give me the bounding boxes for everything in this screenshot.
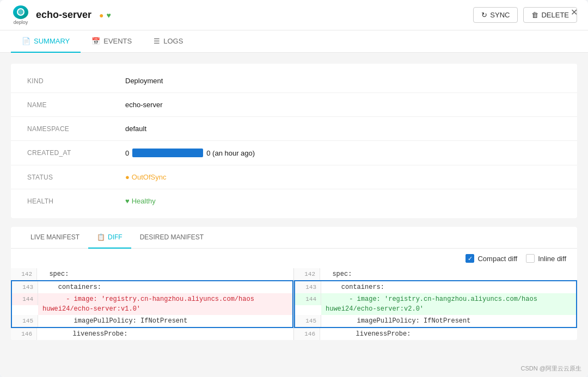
main-window: deploy echo-server ● ♥ ↻ SYNC 🗑 DELETE ✕… bbox=[0, 0, 588, 377]
diff-tab-diff[interactable]: 📋 DIFF bbox=[88, 227, 131, 249]
inline-diff-checkbox[interactable] bbox=[526, 254, 535, 263]
logs-icon: ☰ bbox=[154, 37, 160, 45]
healthy-text: Healthy bbox=[132, 197, 156, 205]
out-of-sync-icon: ● bbox=[125, 173, 130, 181]
app-title: echo-server bbox=[36, 9, 91, 21]
healthy-icon: ♥ bbox=[125, 197, 130, 205]
content-area: KIND Deployment NAME echo-server NAMESPA… bbox=[0, 53, 588, 377]
info-row-health: HEALTH ♥ Healthy bbox=[11, 189, 577, 213]
tab-summary-label: SUMMARY bbox=[34, 37, 70, 45]
diff-line: 143 containers: bbox=[294, 280, 577, 293]
name-label: NAME bbox=[27, 101, 125, 109]
compact-diff-option[interactable]: ✓ Compact diff bbox=[465, 254, 517, 263]
line-content: - image: 'registry.cn-hangzhou.aliyuncs.… bbox=[38, 293, 292, 315]
kind-value: Deployment bbox=[125, 77, 561, 85]
health-label: HEALTH bbox=[27, 197, 125, 205]
delete-label: DELETE bbox=[541, 11, 569, 19]
status-icon-yellow: ● bbox=[99, 11, 103, 20]
line-num: 145 bbox=[12, 315, 38, 327]
created-prefix: 0 bbox=[125, 149, 129, 157]
line-content: imagePullPolicy: IfNotPresent bbox=[38, 315, 292, 327]
diff-icon: 📋 bbox=[97, 233, 105, 241]
compact-diff-label: Compact diff bbox=[477, 255, 517, 263]
compact-diff-checkbox[interactable]: ✓ bbox=[465, 254, 474, 263]
line-content: livenessProbe: bbox=[320, 328, 577, 340]
name-value: echo-server bbox=[125, 101, 561, 109]
diff-line: 145 imagePullPolicy: IfNotPresent bbox=[294, 315, 577, 328]
line-content: spec: bbox=[320, 268, 577, 280]
line-content: - image: 'registry.cn-hangzhou.aliyuncs.… bbox=[321, 293, 576, 315]
tab-events-label: EVENTS bbox=[103, 37, 132, 45]
status-icons: ● ♥ bbox=[99, 11, 111, 20]
diff-view: 142 spec: 143 containers: 144 - image: '… bbox=[11, 268, 577, 340]
sync-icon: ↻ bbox=[481, 11, 487, 19]
sync-label: SYNC bbox=[490, 11, 510, 19]
line-num: 146 bbox=[294, 328, 320, 340]
watermark: CSDN @阿里云云原生 bbox=[521, 364, 581, 373]
trash-icon: 🗑 bbox=[531, 11, 538, 19]
summary-icon: 📄 bbox=[22, 37, 30, 45]
events-icon: 📅 bbox=[91, 37, 100, 45]
line-num: 143 bbox=[295, 281, 321, 293]
logo-icon bbox=[13, 5, 28, 19]
diff-line: 145 imagePullPolicy: IfNotPresent bbox=[11, 315, 293, 328]
created-suffix: 0 (an hour ago) bbox=[206, 149, 255, 157]
namespace-label: NAMESPACE bbox=[27, 125, 125, 133]
diff-pane-left: 142 spec: 143 containers: 144 - image: '… bbox=[11, 268, 294, 340]
line-num: 143 bbox=[12, 281, 38, 293]
out-of-sync-text: OutOfSync bbox=[132, 173, 167, 181]
line-content: spec: bbox=[37, 268, 293, 280]
sync-button[interactable]: ↻ SYNC bbox=[473, 7, 518, 23]
line-num: 144 bbox=[12, 293, 38, 305]
line-content: livenessProbe: bbox=[37, 328, 293, 340]
status-label: STATUS bbox=[27, 174, 125, 181]
tab-logs[interactable]: ☰ LOGS bbox=[143, 30, 194, 53]
info-row-kind: KIND Deployment bbox=[11, 69, 577, 93]
inline-diff-option[interactable]: Inline diff bbox=[526, 254, 566, 263]
line-num: 144 bbox=[295, 293, 321, 305]
line-num: 142 bbox=[11, 268, 37, 280]
out-of-sync-indicator: ● OutOfSync bbox=[125, 173, 166, 181]
diff-line: 143 containers: bbox=[11, 280, 293, 293]
diff-line-added: 144 - image: 'registry.cn-hangzhou.aliyu… bbox=[294, 293, 577, 315]
health-value: ♥ Healthy bbox=[125, 197, 561, 205]
header-left: deploy echo-server ● ♥ bbox=[11, 5, 111, 25]
header-right: ↻ SYNC 🗑 DELETE bbox=[473, 7, 577, 23]
diff-tab-live[interactable]: LIVE MANIFEST bbox=[22, 227, 88, 249]
diff-line: 142 spec: bbox=[294, 268, 577, 280]
diff-tab-desired-label: DESIRED MANIFEST bbox=[140, 233, 204, 241]
diff-tab-desired[interactable]: DESIRED MANIFEST bbox=[131, 227, 212, 249]
info-row-created: CREATED_AT 0 0 (an hour ago) bbox=[11, 141, 577, 165]
nav-tabs: 📄 SUMMARY 📅 EVENTS ☰ LOGS bbox=[0, 30, 588, 53]
diff-line: 142 spec: bbox=[11, 268, 293, 280]
diff-line: 146 livenessProbe: bbox=[11, 328, 293, 340]
line-num: 145 bbox=[295, 315, 321, 327]
close-button[interactable]: ✕ bbox=[568, 7, 579, 17]
diff-tabs: LIVE MANIFEST 📋 DIFF DESIRED MANIFEST bbox=[11, 227, 577, 249]
healthy-indicator: ♥ Healthy bbox=[125, 197, 156, 205]
created-value: 0 0 (an hour ago) bbox=[125, 149, 561, 157]
line-content: containers: bbox=[321, 281, 576, 293]
tab-events[interactable]: 📅 EVENTS bbox=[81, 30, 143, 53]
diff-tab-live-label: LIVE MANIFEST bbox=[30, 233, 79, 241]
header: deploy echo-server ● ♥ ↻ SYNC 🗑 DELETE ✕ bbox=[0, 0, 588, 30]
diff-tab-diff-label: DIFF bbox=[108, 233, 122, 241]
line-num: 146 bbox=[11, 328, 37, 340]
kind-label: KIND bbox=[27, 77, 125, 85]
logo-inner bbox=[17, 8, 24, 16]
logo: deploy bbox=[11, 5, 30, 25]
diff-line: 146 livenessProbe: bbox=[294, 328, 577, 340]
created-label: CREATED_AT bbox=[27, 149, 125, 157]
info-card: KIND Deployment NAME echo-server NAMESPA… bbox=[11, 64, 577, 218]
status-icon-green: ♥ bbox=[107, 11, 111, 20]
diff-card: LIVE MANIFEST 📋 DIFF DESIRED MANIFEST ✓ … bbox=[11, 227, 577, 340]
info-row-name: NAME echo-server bbox=[11, 93, 577, 117]
checkmark-icon: ✓ bbox=[468, 255, 473, 262]
diff-line-removed: 144 - image: 'registry.cn-hangzhou.aliyu… bbox=[11, 293, 293, 315]
logo-text: deploy bbox=[14, 20, 28, 25]
info-row-namespace: NAMESPACE default bbox=[11, 117, 577, 141]
status-value: ● OutOfSync bbox=[125, 173, 561, 181]
progress-bar bbox=[132, 149, 203, 157]
tab-summary[interactable]: 📄 SUMMARY bbox=[11, 30, 81, 53]
diff-options: ✓ Compact diff Inline diff bbox=[11, 249, 577, 268]
